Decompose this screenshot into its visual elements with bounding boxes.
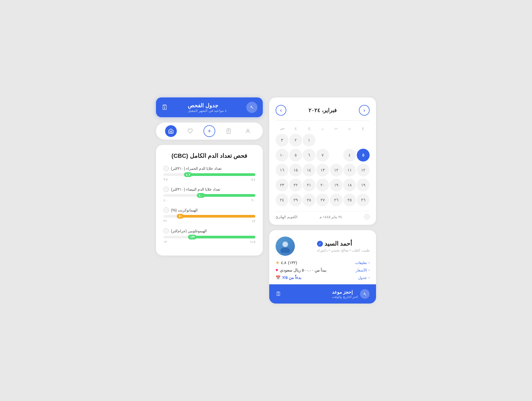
day-cell[interactable]: ١٤ [303, 164, 315, 176]
day-cell[interactable]: ٢٨ [303, 194, 315, 206]
star-icon: ★ [276, 260, 279, 265]
nav-heart-button[interactable] [184, 125, 196, 137]
day-cell[interactable]: ٢٣ [276, 179, 288, 191]
day-cell[interactable]: ٦ [303, 149, 315, 162]
day-cell [330, 149, 343, 162]
cbc-metric-wbc-info-icon[interactable]: ⓘ [163, 187, 169, 192]
cbc-metric-rbc-label: تعداد خلايا الدم الحمراء (٣١٠/لتر) [171, 166, 222, 171]
calendar-card: ‹ فبراير، ٢٠٢٤ › ح ن ث ر خ ج س [269, 97, 376, 225]
price-text: يبدأ من ٥٠٠.٠٠ ريال سعودي [280, 268, 327, 273]
day-cell[interactable]: ١٣ [316, 164, 329, 176]
day-cell [330, 134, 343, 147]
cbc-hematocrit-track: ٥١ [163, 215, 255, 218]
nav-document-button[interactable] [223, 125, 234, 137]
day-cell[interactable]: ٢٩ [289, 194, 302, 206]
day-cell[interactable]: ٣ [276, 134, 288, 147]
reviews-label[interactable]: › تعليقات [355, 261, 370, 265]
schedule-header-card: ↖ جدول الفحص ٤ مواعيد في الشهر المقبل 🗓 [156, 97, 263, 117]
schedule-header-left: ↖ [246, 102, 257, 113]
cbc-rbc-progress: ٤.٧ [163, 173, 255, 176]
book-btn-subtitle: اختر التاريخ والوقت [332, 295, 358, 299]
cbc-title: فحص تعداد الدم الكامل (CBC) [163, 152, 255, 159]
heart-icon: ♥ [276, 268, 278, 273]
day-cell[interactable]: ٢٥ [343, 194, 356, 206]
day-cell[interactable]: ٤ [343, 149, 356, 162]
day-cell[interactable]: ٢٤ [276, 194, 288, 206]
prices-label[interactable]: › الأسعار [356, 268, 370, 272]
cbc-wbc-min-label: ٤.٠ [163, 198, 167, 202]
day-cell[interactable]: ٢٦ [357, 194, 370, 206]
calendar-month-title: فبراير، ٢٠٢٤ [308, 107, 337, 113]
nav-bar: + [156, 123, 263, 140]
day-cell[interactable]: ٢٧ [316, 194, 329, 206]
schedule-back-button[interactable]: ↖ [246, 102, 257, 113]
day-cell[interactable]: ٢ [289, 134, 302, 147]
nav-home-button[interactable] [165, 125, 177, 137]
day-header-thu: خ [303, 125, 316, 131]
day-cell[interactable]: ١٦ [276, 164, 288, 176]
doctor-card-content: أحمد السيد ✓ طبيب القلب • معالج نفسي • د… [269, 230, 376, 284]
doctor-stats: › تعليقات (١٣٢) ٤.٨ ★ › الأسعار [276, 260, 370, 280]
schedule-subtitle: ٤ مواعيد في الشهر المقبل [188, 109, 226, 113]
day-cell-active[interactable]: ٥ [357, 149, 370, 162]
cbc-metric-rbc-info-icon[interactable]: ⓘ [163, 166, 169, 171]
cbc-rbc-fill [186, 173, 255, 176]
cbc-rbc-badge: ٤.٧ [184, 172, 192, 177]
day-cell[interactable]: ١٥ [289, 164, 302, 176]
calendar-info-icon[interactable]: ⓘ [364, 214, 370, 219]
calendar-header: ‹ فبراير، ٢٠٢٤ › [276, 105, 370, 116]
day-cell[interactable]: ٥ [289, 149, 302, 162]
schedule-text: جدول [358, 276, 367, 280]
day-header-tue: ث [329, 125, 343, 131]
day-cell[interactable]: ٧ [316, 149, 329, 162]
day-cell[interactable]: ١٠ [276, 149, 288, 162]
day-cell[interactable]: ٢٠ [316, 179, 329, 191]
doctor-name: أحمد السيد [324, 240, 352, 247]
cbc-wbc-labels: ٩.٠ ٤.٠ [163, 198, 255, 202]
nav-profile-button[interactable] [242, 125, 254, 137]
day-cell[interactable]: ١٨ [343, 179, 356, 191]
day-cell[interactable]: ١٢ [357, 164, 370, 176]
cbc-card: فحص تعداد الدم الكامل (CBC) تعداد خلايا … [156, 145, 263, 255]
day-cell[interactable]: ١ [303, 134, 315, 147]
calendar-small-icon: 📅 [276, 275, 281, 280]
cbc-hematocrit-progress: ٥١ [163, 215, 255, 218]
calendar-prev-button[interactable]: ‹ [359, 105, 370, 116]
cbc-rbc-track: ٤.٧ [163, 173, 255, 176]
cbc-metric-hematocrit-label: الهيماتوكريت (%) [171, 208, 198, 212]
cbc-metric-hemoglobin: الهيموغلوبين (جرام/لتر) ⓘ ١٣٢ ١٤.٥ ١٣٠ [163, 228, 255, 244]
day-header-wed: ر [316, 125, 329, 131]
calendar-next-button[interactable]: › [276, 105, 286, 116]
rating-number: ٤.٨ [281, 260, 286, 265]
day-cell[interactable]: ١٩ [330, 179, 343, 191]
schedule-header-text: جدول الفحص ٤ مواعيد في الشهر المقبل [188, 102, 226, 113]
doctor-avatar-img [276, 237, 295, 256]
svg-point-2 [283, 242, 288, 247]
left-column: ‹ فبراير، ٢٠٢٤ › ح ن ث ر خ ج س [269, 97, 376, 304]
day-header-sat: س [276, 125, 289, 131]
schedule-calendar-icon: 🗓 [161, 103, 168, 112]
day-cell [343, 134, 356, 147]
cbc-wbc-badge: ٤.٠ [197, 193, 205, 198]
schedule-title: جدول الفحص [188, 102, 218, 109]
day-cell[interactable]: ٢١ [303, 179, 315, 191]
cbc-metric-hematocrit-info-icon[interactable]: ⓘ [163, 207, 169, 213]
day-cell[interactable]: ٢٢ [289, 179, 302, 191]
day-cell[interactable]: ١١ [343, 164, 356, 176]
day-cell [316, 134, 329, 147]
book-btn-title: إحجز موعد [332, 289, 353, 295]
svg-point-1 [280, 247, 290, 253]
cbc-metric-hemoglobin-info-icon[interactable]: ⓘ [163, 228, 169, 234]
cbc-metric-hematocrit: الهيماتوكريت (%) ⓘ ٥١ ٤٢ ٣٦ [163, 207, 255, 223]
day-headers: ح ن ث ر خ ج س [276, 125, 370, 131]
doctor-name-row: أحمد السيد ✓ [317, 240, 352, 247]
day-cell [357, 134, 370, 147]
day-cell[interactable]: ٢٦ [330, 194, 343, 206]
day-cell[interactable]: ١٢ [330, 164, 343, 176]
nav-add-button[interactable]: + [204, 125, 215, 137]
cbc-hemoglobin-badge: ١٣٢ [188, 235, 197, 239]
cbc-hemoglobin-track: ١٣٢ [163, 236, 255, 238]
schedule-label[interactable]: › جدول [358, 276, 370, 280]
book-appointment-button[interactable]: ↖ إحجز موعد اختر التاريخ والوقت 🗓 [269, 284, 376, 304]
day-cell[interactable]: ١٩ [357, 179, 370, 191]
